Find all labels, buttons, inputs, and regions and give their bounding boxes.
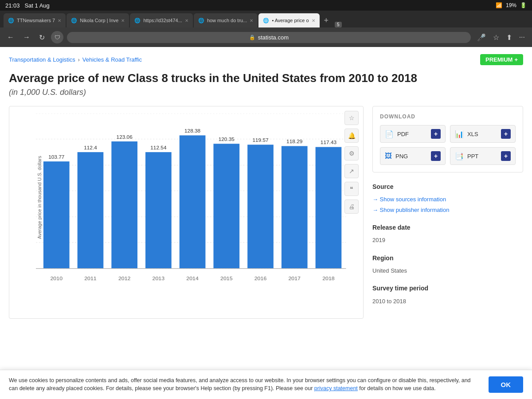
bar-2015 [213, 144, 239, 268]
pdf-plus: + [431, 129, 441, 139]
settings-icon[interactable]: ⚙ [344, 146, 359, 160]
survey-period-value: 2010 to 2018 [372, 296, 523, 306]
tab-3[interactable]: 🌐 https://d32st474... ✕ [130, 13, 192, 27]
svg-text:2014: 2014 [186, 275, 199, 281]
tab-4-close[interactable]: ✕ [250, 18, 253, 23]
premium-button[interactable]: PREMIUM + [480, 54, 523, 65]
breadcrumb-vehicles[interactable]: Vehicles & Road Traffic [82, 56, 142, 63]
xls-btn-inner: 📊 XLS [455, 130, 478, 138]
new-tab-button[interactable]: + [321, 16, 332, 25]
release-date-value: 2019 [372, 235, 523, 245]
xls-plus: + [501, 129, 511, 139]
download-xls-button[interactable]: 📊 XLS + [450, 125, 516, 143]
forward-button[interactable]: → [20, 31, 33, 43]
png-plus: + [431, 151, 441, 161]
show-sources-link[interactable]: → Show sources information [372, 194, 523, 204]
cookie-ok-button[interactable]: OK [489, 376, 524, 393]
svg-text:117.43: 117.43 [321, 140, 336, 145]
bookmark-button[interactable]: ☆ [490, 31, 502, 43]
bar-chart-svg: 0 25 50 75 100 125 150 103.77 2010 [36, 113, 356, 300]
release-date-title: Release date [372, 222, 523, 233]
png-btn-inner: 🖼 PNG [385, 152, 408, 160]
toolbar: ← → ↻ 🛡 🔒 statista.com 🎤 ☆ ⬆ ··· [0, 27, 532, 47]
favorite-icon[interactable]: ☆ [344, 111, 359, 125]
png-icon: 🖼 [385, 152, 392, 160]
svg-text:2017: 2017 [288, 275, 301, 281]
pdf-btn-inner: 📄 PDF [385, 130, 409, 138]
region-value: United States [372, 266, 523, 276]
battery-level: 19% [506, 2, 516, 8]
main-layout: Average price in thousand U.S. dollars ☆… [9, 106, 523, 319]
ppt-btn-inner: 📑 PPT [455, 152, 478, 160]
address-bar[interactable]: 🔒 statista.com [67, 32, 471, 43]
breadcrumb-separator: › [78, 57, 80, 63]
tab-1-close[interactable]: ✕ [58, 18, 61, 23]
download-title: DOWNLOAD [380, 113, 516, 120]
privacy-button[interactable]: 🛡 [51, 31, 63, 43]
tab-1-label: TTNewsmakers 7 [17, 18, 55, 23]
chart-svg: 0 25 50 75 100 125 150 103.77 2010 [36, 113, 356, 300]
svg-text:2011: 2011 [84, 275, 97, 281]
tab-5-close[interactable]: ✕ [312, 18, 315, 23]
bar-2010 [43, 161, 70, 269]
tab-5[interactable]: 🌐 • Average price o ✕ [258, 13, 319, 27]
xls-icon: 📊 [455, 130, 464, 138]
share-chart-icon[interactable]: ↗ [344, 164, 359, 178]
bar-2013 [145, 152, 172, 269]
tab-4-favicon: 🌐 [198, 18, 204, 23]
bar-2016 [247, 145, 274, 269]
ppt-plus: + [501, 151, 511, 161]
reload-button[interactable]: ↻ [36, 31, 47, 43]
tab-1-favicon: 🌐 [8, 18, 14, 23]
ppt-icon: 📑 [455, 152, 464, 160]
page-title: Average price of new Class 8 trucks in t… [9, 71, 523, 85]
tab-4[interactable]: 🌐 how much do tru... ✕ [194, 13, 258, 27]
status-right: 📶 19% 🔋 [496, 2, 527, 8]
ppt-label: PPT [467, 153, 478, 160]
tab-bar: 🌐 TTNewsmakers 7 ✕ 🌐 Nikola Corp | Inve … [0, 11, 532, 27]
source-block: Source → Show sources information → Show… [372, 181, 523, 215]
sidebar: DOWNLOAD 📄 PDF + 📊 XLS + [372, 106, 523, 319]
premium-label: PREMIUM [485, 56, 512, 63]
bar-2011 [78, 152, 104, 269]
back-button[interactable]: ← [4, 31, 17, 43]
region-title: Region [372, 253, 523, 264]
microphone-button[interactable]: 🎤 [474, 31, 489, 43]
breadcrumb: Transportation & Logistics › Vehicles & … [9, 54, 523, 65]
svg-text:2013: 2013 [153, 275, 165, 281]
tab-2[interactable]: 🌐 Nikola Corp | Inve ✕ [66, 13, 129, 27]
alert-icon[interactable]: 🔔 [344, 129, 359, 143]
bar-2012 [111, 141, 137, 269]
page-content: Transportation & Logistics › Vehicles & … [0, 47, 532, 326]
xls-label: XLS [467, 131, 478, 137]
show-publisher-link[interactable]: → Show publisher information [372, 205, 523, 215]
download-ppt-button[interactable]: 📑 PPT + [450, 147, 516, 165]
svg-text:2018: 2018 [322, 275, 335, 281]
share-button[interactable]: ⬆ [504, 31, 515, 43]
tab-count-badge: 5 [335, 22, 342, 27]
svg-text:2015: 2015 [220, 275, 233, 281]
tab-2-close[interactable]: ✕ [121, 18, 125, 23]
privacy-link[interactable]: privacy statement [314, 385, 358, 391]
chart-icon-bar: ☆ 🔔 ⚙ ↗ ❝ 🖨 [344, 111, 359, 214]
cookie-text: We use cookies to personalize contents a… [9, 376, 480, 393]
survey-period-block: Survey time period 2010 to 2018 [372, 283, 523, 306]
status-time: 21:03 [5, 2, 20, 9]
cookie-text-after: for details on how we use data. [358, 385, 436, 391]
download-pdf-button[interactable]: 📄 PDF + [380, 125, 446, 143]
menu-button[interactable]: ··· [516, 31, 528, 43]
tab-3-close[interactable]: ✕ [185, 18, 188, 23]
tab-1[interactable]: 🌐 TTNewsmakers 7 ✕ [4, 13, 66, 27]
cookie-banner: We use cookies to personalize contents a… [0, 370, 532, 399]
download-png-button[interactable]: 🖼 PNG + [380, 147, 446, 165]
quote-icon[interactable]: ❝ [344, 182, 359, 196]
svg-text:120.35: 120.35 [219, 137, 235, 142]
svg-text:2010: 2010 [50, 275, 63, 281]
wifi-icon: 📶 [496, 2, 502, 8]
bar-2017 [282, 146, 308, 269]
breadcrumb-transport[interactable]: Transportation & Logistics [9, 56, 75, 63]
print-icon[interactable]: 🖨 [344, 200, 359, 214]
download-section: DOWNLOAD 📄 PDF + 📊 XLS + [372, 106, 523, 172]
svg-text:112.54: 112.54 [150, 145, 167, 150]
lock-icon: 🔒 [249, 35, 255, 40]
